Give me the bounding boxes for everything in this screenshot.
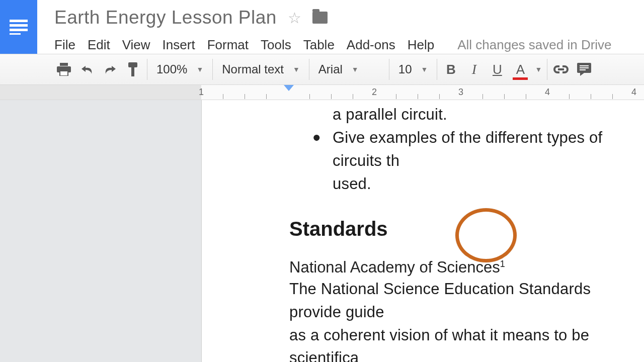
text-color-label: A: [516, 62, 525, 77]
body-text[interactable]: a parallel circuit.: [202, 103, 644, 126]
ruler-number: 4: [631, 87, 636, 98]
body-text[interactable]: National Academy of Sciences1: [289, 257, 644, 278]
paragraph-style-select[interactable]: Normal text ▼: [215, 58, 307, 81]
svg-rect-12: [580, 69, 586, 70]
menu-insert[interactable]: Insert: [163, 37, 195, 53]
text-color-swatch: [513, 77, 528, 80]
menu-bar: File Edit View Insert Format Tools Table…: [54, 28, 644, 53]
ruler-number: 3: [458, 87, 463, 98]
star-icon[interactable]: ☆: [288, 9, 301, 27]
ruler-tick: [223, 94, 223, 99]
print-button[interactable]: [52, 58, 75, 81]
ruler-tick: [266, 94, 267, 99]
menu-edit[interactable]: Edit: [88, 37, 110, 53]
ruler-tick: [504, 94, 505, 99]
docs-logo-icon: [10, 20, 28, 35]
ruler-tick: [569, 94, 570, 99]
toolbar-separator: [437, 59, 437, 80]
ruler-margin: [0, 85, 201, 100]
body-text[interactable]: as a coherent vision of what it means to…: [289, 324, 644, 362]
print-icon: [57, 63, 71, 76]
ruler-tick: [331, 94, 332, 99]
insert-comment-button[interactable]: [573, 58, 596, 81]
chevron-down-icon: ▼: [196, 65, 203, 73]
svg-rect-0: [10, 20, 28, 22]
svg-rect-6: [60, 71, 68, 76]
ruler-tick: [482, 94, 483, 99]
toolbar-separator: [309, 59, 309, 80]
document-title[interactable]: Earth Energy Lesson Plan: [54, 7, 277, 28]
workspace: a parallel circuit. ● Give examples of t…: [0, 100, 644, 362]
ruler[interactable]: 1 2 3 4 4: [0, 85, 644, 100]
zoom-select[interactable]: 100% ▼: [149, 58, 210, 81]
paragraph-style-value: Normal text: [222, 62, 284, 76]
svg-rect-10: [580, 65, 589, 66]
zoom-value: 100%: [156, 62, 187, 76]
font-value: Arial: [318, 62, 343, 76]
app-logo[interactable]: [0, 0, 37, 54]
body-text[interactable]: used.: [333, 172, 644, 196]
footnote-superscript[interactable]: 1: [500, 258, 505, 268]
italic-button[interactable]: I: [462, 58, 486, 81]
ruler-tick: [418, 94, 418, 99]
heading-standards[interactable]: Standards: [202, 196, 644, 257]
ruler-tick: [439, 94, 440, 99]
redo-icon: [104, 64, 117, 75]
undo-button[interactable]: [75, 58, 99, 81]
ruler-tick: [309, 94, 310, 99]
toolbar: 100% ▼ Normal text ▼ Arial ▼ 10 ▼ B I U …: [0, 54, 644, 85]
toolbar-separator: [389, 59, 389, 80]
page-gutter: [0, 100, 201, 362]
folder-icon[interactable]: [312, 12, 328, 24]
app-header: Earth Energy Lesson Plan ☆ File Edit Vie…: [0, 0, 644, 54]
font-size-select[interactable]: 10 ▼: [391, 58, 435, 81]
text-color-dropdown[interactable]: ▼: [532, 58, 545, 81]
ruler-tick: [591, 94, 591, 99]
menu-help[interactable]: Help: [408, 37, 434, 53]
bold-button[interactable]: B: [439, 58, 462, 81]
toolbar-separator: [147, 59, 147, 80]
paint-format-icon: [127, 62, 139, 76]
ruler-number: 1: [199, 87, 204, 98]
toolbar-separator: [212, 59, 213, 80]
redo-button[interactable]: [99, 58, 122, 81]
document-page[interactable]: a parallel circuit. ● Give examples of t…: [201, 100, 644, 362]
ruler-tick: [612, 94, 613, 99]
body-text[interactable]: Give examples of the different types of …: [333, 126, 644, 172]
indent-marker[interactable]: [284, 85, 294, 91]
svg-rect-7: [128, 62, 137, 67]
svg-rect-2: [10, 29, 28, 31]
svg-rect-1: [10, 24, 28, 27]
chevron-down-icon: ▼: [352, 65, 359, 73]
menu-view[interactable]: View: [122, 37, 150, 53]
text-color-button[interactable]: A: [509, 58, 532, 81]
menu-format[interactable]: Format: [207, 37, 249, 53]
ruler-tick: [526, 94, 526, 99]
font-select[interactable]: Arial ▼: [311, 58, 387, 81]
menu-file[interactable]: File: [54, 37, 75, 53]
save-status: All changes saved in Drive: [457, 37, 611, 53]
title-area: Earth Energy Lesson Plan ☆ File Edit Vie…: [37, 0, 644, 53]
chevron-down-icon: ▼: [535, 65, 542, 73]
insert-link-button[interactable]: [549, 58, 573, 81]
ruler-number: 4: [545, 87, 550, 98]
svg-rect-8: [131, 67, 134, 76]
paint-format-button[interactable]: [122, 58, 145, 81]
svg-rect-3: [10, 33, 21, 35]
link-icon: [553, 65, 569, 73]
menu-tools[interactable]: Tools: [261, 37, 291, 53]
underline-button[interactable]: U: [486, 58, 509, 81]
ruler-number: 2: [372, 87, 377, 98]
svg-rect-11: [580, 67, 589, 68]
ruler-tick: [396, 94, 396, 99]
bullet-icon: ●: [312, 126, 333, 196]
menu-addons[interactable]: Add-ons: [347, 37, 395, 53]
body-text[interactable]: The National Science Education Standards…: [289, 278, 644, 324]
svg-rect-4: [60, 63, 68, 66]
body-text-span: National Academy of Sciences: [289, 258, 500, 276]
chevron-down-icon: ▼: [421, 65, 428, 73]
menu-table[interactable]: Table: [303, 37, 335, 53]
toolbar-separator: [547, 59, 547, 80]
list-item[interactable]: ● Give examples of the different types o…: [202, 126, 644, 196]
font-size-value: 10: [398, 62, 412, 76]
